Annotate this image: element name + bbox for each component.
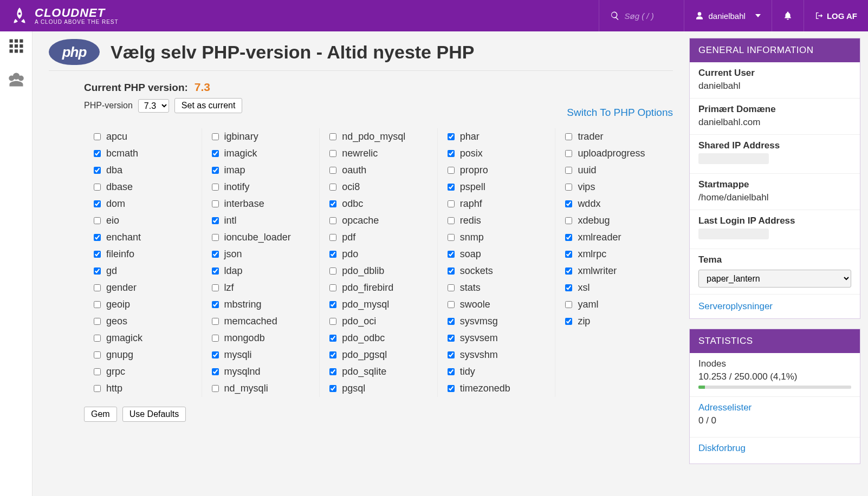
- extension-checkbox[interactable]: [212, 251, 219, 258]
- nav-apps[interactable]: [8, 38, 24, 56]
- extension-gmagick[interactable]: gmagick: [94, 330, 192, 347]
- extension-checkbox[interactable]: [212, 335, 219, 342]
- extension-mbstring[interactable]: mbstring: [212, 296, 310, 313]
- extension-raphf[interactable]: raphf: [448, 195, 546, 212]
- extension-memcached[interactable]: memcached: [212, 313, 310, 330]
- theme-select[interactable]: paper_lantern: [698, 270, 851, 288]
- extension-checkbox[interactable]: [212, 351, 219, 358]
- extension-checkbox[interactable]: [448, 301, 455, 308]
- search-cell[interactable]: [599, 0, 684, 31]
- extension-checkbox[interactable]: [212, 217, 219, 224]
- extension-http[interactable]: http: [94, 380, 192, 397]
- extension-checkbox[interactable]: [448, 200, 455, 207]
- extension-checkbox[interactable]: [329, 335, 336, 342]
- extension-checkbox[interactable]: [94, 368, 101, 375]
- extension-checkbox[interactable]: [212, 234, 219, 241]
- extension-oci8[interactable]: oci8: [329, 179, 427, 195]
- extension-checkbox[interactable]: [565, 217, 572, 224]
- extension-checkbox[interactable]: [448, 133, 455, 140]
- extension-checkbox[interactable]: [329, 167, 336, 174]
- extension-checkbox[interactable]: [565, 284, 572, 291]
- extension-phar[interactable]: phar: [448, 128, 546, 145]
- extension-inotify[interactable]: inotify: [212, 179, 310, 195]
- extension-checkbox[interactable]: [94, 318, 101, 325]
- extension-checkbox[interactable]: [94, 351, 101, 358]
- extension-imagick[interactable]: imagick: [212, 145, 310, 162]
- extension-checkbox[interactable]: [212, 184, 219, 191]
- extension-checkbox[interactable]: [329, 200, 336, 207]
- extension-fileinfo[interactable]: fileinfo: [94, 246, 192, 263]
- extension-checkbox[interactable]: [329, 385, 336, 392]
- extension-xdebug[interactable]: xdebug: [565, 212, 663, 229]
- extension-xmlwriter[interactable]: xmlwriter: [565, 263, 663, 279]
- extension-redis[interactable]: redis: [448, 212, 546, 229]
- extension-sysvshm[interactable]: sysvshm: [448, 347, 546, 363]
- extension-checkbox[interactable]: [94, 234, 101, 241]
- brand-logo[interactable]: CLOUDNET A CLOUD ABOVE THE REST: [0, 6, 128, 25]
- extension-checkbox[interactable]: [94, 267, 101, 275]
- extension-posix[interactable]: posix: [448, 145, 546, 162]
- extension-odbc[interactable]: odbc: [329, 195, 427, 212]
- extension-vips[interactable]: vips: [565, 179, 663, 195]
- extension-checkbox[interactable]: [329, 234, 336, 241]
- extension-checkbox[interactable]: [448, 351, 455, 358]
- extension-nd_pdo_mysql[interactable]: nd_pdo_mysql: [329, 128, 427, 145]
- extension-checkbox[interactable]: [94, 385, 101, 392]
- extension-checkbox[interactable]: [565, 267, 572, 275]
- extension-checkbox[interactable]: [565, 234, 572, 241]
- extension-xmlrpc[interactable]: xmlrpc: [565, 246, 663, 263]
- extension-checkbox[interactable]: [329, 217, 336, 224]
- extension-ioncube_loader[interactable]: ioncube_loader: [212, 229, 310, 246]
- extension-pdo[interactable]: pdo: [329, 246, 427, 263]
- extension-checkbox[interactable]: [329, 284, 336, 291]
- extension-gender[interactable]: gender: [94, 279, 192, 296]
- extension-checkbox[interactable]: [448, 217, 455, 224]
- notifications-button[interactable]: [772, 0, 804, 31]
- extension-checkbox[interactable]: [448, 234, 455, 241]
- extension-igbinary[interactable]: igbinary: [212, 128, 310, 145]
- extension-checkbox[interactable]: [212, 267, 219, 275]
- extension-nd_mysqli[interactable]: nd_mysqli: [212, 380, 310, 397]
- extension-checkbox[interactable]: [448, 284, 455, 291]
- extension-bcmath[interactable]: bcmath: [94, 145, 192, 162]
- extension-checkbox[interactable]: [565, 301, 572, 308]
- extension-trader[interactable]: trader: [565, 128, 663, 145]
- extension-uuid[interactable]: uuid: [565, 162, 663, 179]
- extension-checkbox[interactable]: [565, 167, 572, 174]
- extension-checkbox[interactable]: [94, 217, 101, 224]
- extension-swoole[interactable]: swoole: [448, 296, 546, 313]
- extension-dba[interactable]: dba: [94, 162, 192, 179]
- extension-checkbox[interactable]: [94, 335, 101, 342]
- extension-checkbox[interactable]: [94, 200, 101, 207]
- extension-xsl[interactable]: xsl: [565, 279, 663, 296]
- extension-newrelic[interactable]: newrelic: [329, 145, 427, 162]
- extension-ldap[interactable]: ldap: [212, 263, 310, 279]
- extension-checkbox[interactable]: [448, 150, 455, 157]
- extension-checkbox[interactable]: [212, 150, 219, 157]
- extension-mongodb[interactable]: mongodb: [212, 330, 310, 347]
- extension-soap[interactable]: soap: [448, 246, 546, 263]
- extension-checkbox[interactable]: [565, 318, 572, 325]
- extension-pdo_oci[interactable]: pdo_oci: [329, 313, 427, 330]
- addresslists-link[interactable]: Adresselister: [698, 402, 752, 413]
- extension-pdo_odbc[interactable]: pdo_odbc: [329, 330, 427, 347]
- extension-eio[interactable]: eio: [94, 212, 192, 229]
- extension-checkbox[interactable]: [329, 150, 336, 157]
- extension-checkbox[interactable]: [329, 267, 336, 275]
- extension-pdo_sqlite[interactable]: pdo_sqlite: [329, 363, 427, 380]
- extension-xmlreader[interactable]: xmlreader: [565, 229, 663, 246]
- extension-checkbox[interactable]: [94, 284, 101, 291]
- extension-checkbox[interactable]: [94, 301, 101, 308]
- extension-pdf[interactable]: pdf: [329, 229, 427, 246]
- user-menu[interactable]: danielbahl: [684, 0, 771, 31]
- extension-mysqli[interactable]: mysqli: [212, 347, 310, 363]
- switch-php-options-link[interactable]: Switch To PHP Options: [567, 107, 673, 119]
- extension-pdo_pgsql[interactable]: pdo_pgsql: [329, 347, 427, 363]
- extension-checkbox[interactable]: [212, 167, 219, 174]
- search-input[interactable]: [624, 11, 673, 21]
- extension-geos[interactable]: geos: [94, 313, 192, 330]
- extension-json[interactable]: json: [212, 246, 310, 263]
- extension-checkbox[interactable]: [448, 335, 455, 342]
- extension-checkbox[interactable]: [212, 385, 219, 392]
- extension-checkbox[interactable]: [329, 318, 336, 325]
